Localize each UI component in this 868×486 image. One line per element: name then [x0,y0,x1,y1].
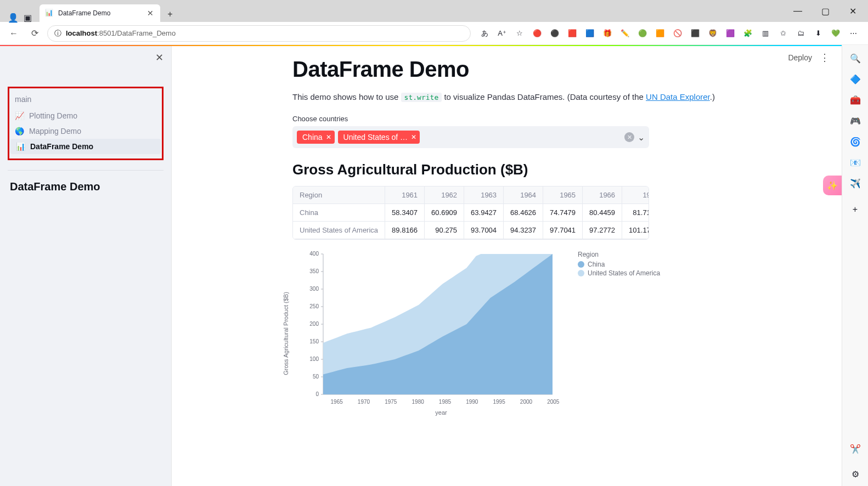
legend-title: Region [578,251,660,258]
add-icon[interactable]: + [850,204,861,215]
collections-icon[interactable]: 🗂 [796,29,805,38]
more-icon[interactable]: ⋯ [848,29,858,38]
svg-text:400: 400 [309,251,319,257]
ext-icon-11[interactable]: 🦁 [708,29,718,38]
url-input[interactable]: ⓘ localhost:8501/DataFrame_Demo [47,25,471,42]
ext-icon-6[interactable]: ✏️ [620,29,630,38]
ext-icon-4[interactable]: 🟦 [585,29,595,38]
tag-remove-icon[interactable]: ✕ [411,133,416,141]
ext-icon-12[interactable]: 🟪 [725,29,735,38]
un-data-explorer-link[interactable]: UN Data Explorer [646,92,710,101]
x-axis-label: year [315,409,567,416]
window-close-button[interactable]: ✕ [841,3,865,19]
sidebar-header: DataFrame Demo [0,180,171,193]
legend-item-china[interactable]: China [578,261,660,268]
streamlit-favicon-icon: 📊 [45,9,54,18]
extensions-icon[interactable]: 🧩 [743,29,753,38]
deploy-button[interactable]: Deploy [788,53,812,62]
svg-text:150: 150 [309,338,319,344]
svg-text:50: 50 [313,374,319,380]
tag-china: China ✕ [297,131,335,144]
ext-icon-9[interactable]: 🚫 [673,29,683,38]
send-icon[interactable]: ✈️ [850,178,861,189]
nav-annotation-box: main 📈 Plotting Demo 🌎 Mapping Demo 📊 Da… [8,87,164,160]
svg-text:100: 100 [309,356,319,362]
settings-icon[interactable]: ⚙ [850,468,861,479]
tag-usa: United States of … ✕ [338,131,420,144]
ext-icon-8[interactable]: 🟧 [655,29,665,38]
chart-legend: Region China United States of America [578,251,660,416]
performance-icon[interactable]: 💚 [831,29,841,38]
legend-swatch-icon [578,261,584,268]
svg-text:350: 350 [309,268,319,274]
ext-icon-2[interactable]: ⚫ [550,29,560,38]
legend-item-usa[interactable]: United States of America [578,269,660,277]
screenshot-icon[interactable]: ✂️ [850,443,861,454]
refresh-button[interactable]: ⟳ [26,25,43,42]
sidebar-collapse-button[interactable]: ✕ [155,52,164,64]
shopping-icon[interactable]: 🔷 [850,74,861,84]
edge-sidebar: 🔍 🔷 🧰 🎮 🌀 📧 ✈️ + ✂️ ⚙ [842,45,868,486]
favorites-icon[interactable]: ✩ [778,29,788,38]
tab-close-icon[interactable]: ✕ [147,9,155,18]
split-screen-icon[interactable]: ▥ [760,29,770,38]
downloads-icon[interactable]: ⬇ [813,29,823,38]
country-multiselect[interactable]: China ✕ United States of … ✕ ✕ ⌄ [292,126,649,148]
ext-icon-7[interactable]: 🟢 [638,29,647,38]
sidebar-item-label: Plotting Demo [29,111,77,120]
new-tab-button[interactable]: + [162,7,178,22]
favorite-icon[interactable]: ☆ [515,29,525,38]
ext-icon-1[interactable]: 🔴 [532,29,542,38]
search-icon[interactable]: 🔍 [850,53,861,64]
sidebar-item-label: Mapping Demo [29,127,81,135]
workspaces-icon[interactable]: ▣ [23,13,32,22]
legend-swatch-icon [578,270,584,276]
nav-caption: main [9,93,162,108]
svg-text:200: 200 [309,321,319,327]
games-icon[interactable]: 🎮 [850,115,861,126]
profile-icon[interactable]: 👤 [9,13,18,22]
read-aloud-icon[interactable]: A⁺ [497,29,507,38]
window-minimize-button[interactable]: — [786,3,810,19]
svg-text:0: 0 [315,391,319,397]
toolbar-icons: あ A⁺ ☆ 🔴 ⚫ 🟥 🟦 🎁 ✏️ 🟢 🟧 🚫 ⬛ 🦁 🟪 🧩 ▥ ✩ 🗂 … [475,29,863,38]
area-chart[interactable]: Gross Agricultural Product ($B) 40035030… [292,251,666,416]
sidebar-item-plotting-demo[interactable]: 📈 Plotting Demo [9,108,162,123]
window-maximize-button[interactable]: ▢ [813,3,837,19]
back-button[interactable]: ← [5,25,22,42]
sidebar-divider [8,170,164,171]
page-title: DataFrame Demo [292,57,835,82]
svg-text:250: 250 [309,303,319,309]
ext-icon-10[interactable]: ⬛ [690,29,700,38]
site-info-icon[interactable]: ⓘ [54,29,61,38]
browser-tab[interactable]: 📊 DataFrame Demo ✕ [40,4,160,22]
svg-text:300: 300 [309,286,319,292]
intro-text: This demo shows how to use st.write to v… [292,91,835,104]
browser-tab-strip: 👤 ▣ 📊 DataFrame Demo ✕ + — ▢ ✕ [0,0,868,22]
copilot-icon[interactable]: 🌀 [850,136,861,147]
code-literal: st.write [401,93,442,102]
tag-remove-icon[interactable]: ✕ [326,133,331,141]
chevron-down-icon[interactable]: ⌄ [638,132,645,143]
barchart-icon: 📊 [16,142,26,151]
translate-icon[interactable]: あ [480,29,489,38]
tag-label: United States of … [343,133,408,142]
section-title: Gross Agricultural Production ($B) [292,161,835,178]
chart-icon: 📈 [15,111,25,120]
data-table[interactable]: Region1961196219631964196519661967196819… [292,186,649,240]
main-content: Deploy ⋮ DataFrame Demo This demo shows … [172,46,868,486]
multiselect-clear-icon[interactable]: ✕ [624,132,634,142]
tab-title: DataFrame Demo [58,9,143,17]
sidebar-item-dataframe-demo[interactable]: 📊 DataFrame Demo [10,139,161,154]
y-axis-label: Gross Agricultural Product ($B) [283,292,289,375]
outlook-icon[interactable]: 📧 [850,157,861,168]
sidebar-item-mapping-demo[interactable]: 🌎 Mapping Demo [9,123,162,139]
ext-icon-5[interactable]: 🎁 [602,29,612,38]
globe-icon: 🌎 [15,127,25,135]
ext-icon-3[interactable]: 🟥 [567,29,577,38]
immersive-reader-tab[interactable]: ✨ [823,176,842,195]
main-menu-button[interactable]: ⋮ [820,52,830,64]
tools-icon[interactable]: 🧰 [850,94,861,105]
address-bar: ← ⟳ ⓘ localhost:8501/DataFrame_Demo あ A⁺… [0,22,868,45]
sidebar: ✕ main 📈 Plotting Demo 🌎 Mapping Demo 📊 … [0,46,172,486]
